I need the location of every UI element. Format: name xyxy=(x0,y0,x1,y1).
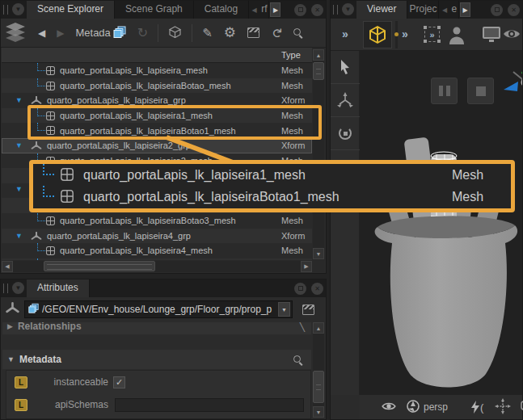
prim-type: Mesh xyxy=(452,190,483,204)
vertical-scrollbar[interactable]: ▲ ▼ xyxy=(313,49,324,259)
monitor-button[interactable] xyxy=(483,27,500,39)
prim-name: quarto_portaLapis_lk_lapiseiraBotao_mesh xyxy=(60,81,231,90)
float-panel-button[interactable] xyxy=(491,4,503,16)
scrollbar-thumb[interactable] xyxy=(313,371,324,403)
display-mode-cube-button[interactable] xyxy=(363,21,392,48)
search-button[interactable] xyxy=(293,27,303,38)
refresh-spiral-button[interactable]: ↻ xyxy=(137,27,148,40)
person-button[interactable] xyxy=(448,25,466,48)
clapperboard-button[interactable] xyxy=(247,27,259,38)
tree-column-header[interactable]: Type xyxy=(2,48,312,63)
scroll-down-button[interactable]: ▼ xyxy=(313,248,324,259)
panel-drag-handle[interactable] xyxy=(333,5,338,15)
close-panel-button[interactable]: ✕ xyxy=(311,4,323,16)
prim-cubes-icon[interactable] xyxy=(113,26,126,40)
tab-attributes[interactable]: Attributes xyxy=(27,279,90,297)
vertical-scrollbar[interactable]: ▲ ▼ xyxy=(313,322,324,418)
prim-path-dropdown[interactable]: /GEO/ENV/Env_house/Lounge_grp/Floor_grp/… xyxy=(24,300,293,318)
scrollbar-thumb[interactable] xyxy=(313,62,324,80)
tree-branch-line xyxy=(37,78,45,86)
tab-project[interactable]: Projec xyxy=(407,1,439,19)
horizontal-scrollbar[interactable]: ◀ ▶ xyxy=(2,261,312,272)
scroll-up-button[interactable]: ▲ xyxy=(313,322,324,334)
tab-scroll-right-button[interactable]: ▶ xyxy=(460,2,470,17)
pan-tool-button[interactable] xyxy=(495,398,511,417)
tree-row[interactable]: quarto_portaLapis_lk_lapiseiraBotao_mesh… xyxy=(2,78,312,94)
tree-row[interactable]: ▼quarto_portaLapis_lk_lapiseira4_grpXfor… xyxy=(2,229,312,244)
expand-triangle-icon[interactable]: ▼ xyxy=(15,185,23,193)
scroll-right-button[interactable]: ▶ xyxy=(301,261,312,272)
float-panel-button[interactable] xyxy=(294,4,306,16)
metadata-section-header[interactable]: ▼ Metadata xyxy=(2,350,311,369)
instanceable-checkbox[interactable]: ✓ xyxy=(113,376,125,388)
path-dropdown-caret[interactable]: ▼ xyxy=(278,302,290,317)
metadata-dropdown[interactable]: Metada xyxy=(75,27,110,38)
clapperboard-button[interactable] xyxy=(302,304,314,315)
select-tool-button[interactable] xyxy=(331,51,360,84)
exposure-lightning-button[interactable]: ( xyxy=(470,401,483,414)
pencil-icon[interactable]: ╲ xyxy=(299,322,305,332)
stop-button[interactable] xyxy=(467,78,494,104)
application-window: ▼ Scene Explorer Scene Graph Catalog ◀ r… xyxy=(0,0,523,420)
panel-menu-button[interactable]: ▼ xyxy=(342,3,354,15)
expand-triangle-icon[interactable]: ▼ xyxy=(15,141,23,149)
pause-button[interactable] xyxy=(431,78,458,104)
panel-drag-handle[interactable] xyxy=(3,284,8,293)
back-button[interactable]: ◀ xyxy=(38,28,45,38)
tab-scroll-left-button[interactable]: ◀ xyxy=(439,1,449,19)
expand-chevron-button[interactable]: » xyxy=(342,27,348,40)
layer-badge: L xyxy=(15,399,27,411)
camera-aperture-icon[interactable] xyxy=(407,400,420,415)
translate-tool-button[interactable] xyxy=(331,84,360,117)
tab-scene-graph[interactable]: Scene Graph xyxy=(115,1,194,19)
expand-triangle-icon[interactable]: ▼ xyxy=(15,96,23,104)
panel-drag-handle[interactable] xyxy=(3,5,8,15)
camera-name-label[interactable]: persp xyxy=(424,401,448,413)
viewport-3d[interactable] xyxy=(360,51,522,395)
tab-label: e xyxy=(451,3,457,15)
edit-pencil-button[interactable]: ✎ xyxy=(202,27,213,39)
tree-row[interactable]: ▼quarto_portaLapis_lk_lapiseira2_grpXfor… xyxy=(2,138,312,153)
tree-row[interactable]: quarto_portaLapis_lk_lapiseiraBotao4_mes… xyxy=(2,258,312,260)
expand-triangle-icon[interactable]: ▼ xyxy=(15,232,23,240)
tab-clipped[interactable]: e xyxy=(449,1,459,19)
close-panel-button[interactable]: ✕ xyxy=(311,283,323,295)
scroll-up-button[interactable]: ▲ xyxy=(313,49,324,61)
tree-row[interactable]: quarto_portaLapis_lk_lapiseira_meshMesh xyxy=(2,63,312,78)
axis-gizmo[interactable] xyxy=(502,57,522,107)
tab-scroll-right-button[interactable]: ▶ xyxy=(270,2,280,17)
tab-clipped[interactable]: rf xyxy=(259,1,269,19)
scene-explorer-toolbar: ◀ ▶ Metada ↻ ✎ ⚙ ↻ xyxy=(1,19,326,48)
tree-row[interactable]: quarto_portaLapis_lk_lapiseiraBotao3_mes… xyxy=(2,213,312,229)
eye-button[interactable] xyxy=(502,27,521,44)
package-box-button[interactable] xyxy=(168,26,182,40)
close-panel-button[interactable]: ✕ xyxy=(508,4,520,16)
rotate-tool-button[interactable] xyxy=(331,117,360,150)
scrollbar-thumb[interactable] xyxy=(44,261,155,271)
scroll-left-button[interactable]: ◀ xyxy=(2,261,13,272)
eye-icon[interactable] xyxy=(381,401,397,414)
metadata-field-row: Linstanceable✓ xyxy=(6,371,310,393)
corner-handle xyxy=(424,40,427,43)
panel-menu-button[interactable]: ▼ xyxy=(12,3,24,15)
selection-marquee-button[interactable]: » xyxy=(424,27,440,42)
xform-icon xyxy=(6,302,19,317)
scroll-down-button[interactable]: ▼ xyxy=(313,406,324,418)
panel-menu-button[interactable]: ▼ xyxy=(12,282,24,294)
tab-catalog[interactable]: Catalog xyxy=(194,1,249,19)
settings-gear-button[interactable]: ⚙ xyxy=(224,26,236,40)
tab-scroll-left-button[interactable]: ◀ xyxy=(249,1,259,19)
forward-button[interactable]: ▶ xyxy=(57,28,64,38)
prim-name: quarto_portaLapis_lk_lapiseira_mesh xyxy=(60,65,208,75)
tree-row[interactable]: quarto_portaLapis_lk_lapiseira4_meshMesh xyxy=(2,243,312,258)
relationships-section-header[interactable]: ▶ Relationships ╲ xyxy=(2,322,311,334)
tab-scene-explorer[interactable]: Scene Explorer xyxy=(27,1,115,19)
mesh-icon xyxy=(46,246,55,257)
search-icon[interactable] xyxy=(293,355,303,365)
apiSchemas-input[interactable] xyxy=(115,398,304,412)
tab-label: Scene Explorer xyxy=(37,3,103,15)
tab-viewer[interactable]: Viewer xyxy=(356,1,407,19)
float-panel-button[interactable] xyxy=(294,283,306,295)
expand-chevron-button[interactable]: » xyxy=(402,27,408,40)
reload-cycle-button[interactable]: ↻ xyxy=(270,27,283,38)
